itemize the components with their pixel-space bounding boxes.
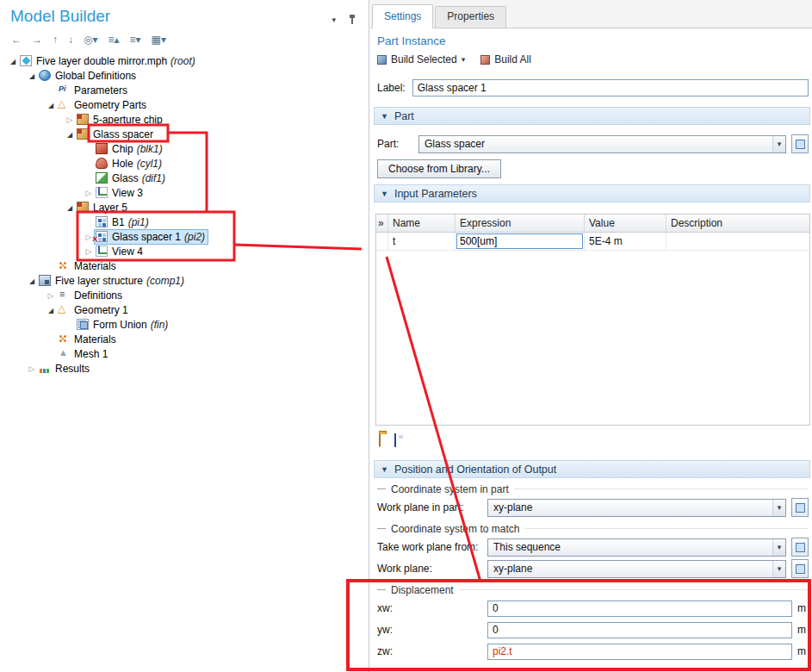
pin-icon[interactable]: [348, 14, 356, 25]
column-header-name[interactable]: Name: [388, 215, 456, 232]
load-file-button[interactable]: [379, 434, 381, 446]
save-file-button[interactable]: [394, 434, 396, 446]
section-collapse-icon[interactable]: ▼: [381, 112, 388, 121]
parameter-row[interactable]: t5E-4 m: [376, 233, 809, 251]
tree-item-five-aperture-chip[interactable]: 5-aperture chip: [0, 112, 368, 127]
tree-item-form-union[interactable]: Form Union(fin): [0, 317, 368, 332]
param-name-cell[interactable]: t: [388, 233, 456, 250]
tree-item-geometry-1[interactable]: Geometry 1: [0, 302, 368, 317]
section-collapse-icon[interactable]: ▼: [381, 465, 388, 474]
label-input[interactable]: [412, 79, 809, 96]
tree-item-view-4[interactable]: View 4: [0, 244, 368, 258]
back-button[interactable]: ←: [9, 33, 24, 47]
build-selected-button[interactable]: Build Selected ▾: [377, 53, 465, 65]
param-description-cell[interactable]: [666, 233, 809, 250]
section-header-input-parameters[interactable]: ▼ Input Parameters: [374, 184, 810, 202]
tree-item-root[interactable]: Five layer double mirror.mph(root): [0, 53, 368, 68]
collapse-icon[interactable]: [45, 302, 57, 318]
tree-item-label: Global Definitions: [54, 70, 137, 82]
column-header-value[interactable]: Value: [585, 215, 666, 232]
collapse-icon[interactable]: [64, 127, 76, 142]
column-header-expression[interactable]: Expression: [456, 215, 585, 232]
tree-item-glass-spacer-1[interactable]: ×Glass spacer 1(pi2): [0, 229, 368, 244]
collapse-icon[interactable]: [26, 273, 38, 289]
expression-input[interactable]: [456, 233, 583, 249]
expand-all-button[interactable]: ≡▾: [127, 33, 144, 47]
dropdown-work-plane[interactable]: xy-plane▾: [487, 560, 786, 578]
tree-item-chip[interactable]: Chip(blk1): [0, 141, 368, 156]
collapse-icon[interactable]: [7, 53, 19, 69]
collapse-icon[interactable]: [45, 97, 57, 113]
move-up-button[interactable]: ↑: [50, 33, 60, 47]
input-yw[interactable]: [487, 622, 792, 638]
unit-label: m: [797, 645, 809, 657]
tree-item-five-layer-structure[interactable]: Five layer structure(comp1): [0, 273, 368, 288]
tab-settings[interactable]: Settings: [372, 4, 433, 28]
move-down-button[interactable]: ↓: [65, 33, 76, 47]
collapse-icon[interactable]: [26, 68, 38, 84]
tree-item-glass-spacer[interactable]: Glass spacer: [0, 127, 368, 141]
dropdown-take-work-plane-from[interactable]: This sequence▾: [487, 538, 786, 557]
input-parameters-table: »NameExpressionValueDescription t5E-4 m: [375, 214, 810, 426]
chevron-down-icon[interactable]: ▾: [772, 561, 785, 577]
folder-icon: [379, 433, 381, 447]
build-all-button[interactable]: Build All: [480, 53, 531, 65]
input-xw[interactable]: [487, 600, 792, 617]
group-legend-displacement: Displacement: [377, 583, 809, 596]
chevron-down-icon[interactable]: ▾: [772, 539, 785, 556]
tree-item-b1[interactable]: B1(pi1): [0, 215, 368, 229]
chevron-down-icon[interactable]: ▾: [462, 55, 466, 64]
expand-icon[interactable]: [83, 185, 95, 201]
dropdown-work-plane-in-part[interactable]: xy-plane▾: [487, 499, 786, 517]
tree-item-label: Hole: [111, 158, 134, 170]
section-title: Part: [394, 110, 414, 122]
part-dropdown-value: Glass spacer: [419, 138, 772, 150]
show-menu-button[interactable]: ◎▾: [81, 33, 101, 47]
chevron-down-icon[interactable]: ▾: [772, 500, 785, 516]
go-to-part-button[interactable]: [791, 134, 809, 153]
tree-item-parameters[interactable]: Parameters: [0, 83, 368, 97]
tree-item-view-3[interactable]: View 3: [0, 185, 368, 200]
tree-item-results[interactable]: Results: [0, 361, 368, 376]
table-header-row: »NameExpressionValueDescription: [376, 215, 809, 233]
expand-icon[interactable]: [45, 288, 57, 303]
section-header-part[interactable]: ▼ Part: [374, 107, 810, 125]
part-dropdown[interactable]: Glass spacer ▾: [418, 135, 786, 153]
panel-menu-icon[interactable]: ▾: [332, 16, 336, 24]
tab-properties[interactable]: Properties: [435, 6, 506, 28]
tree-item-glass[interactable]: Glass(dif1): [0, 171, 368, 185]
input-zw[interactable]: [487, 644, 792, 660]
model-builder-panel: Model Builder ▾ ←→↑↓◎▾≡▴≡▾▦▾ Five layer …: [0, 0, 369, 672]
tree-item-definitions[interactable]: Definitions: [0, 288, 368, 302]
tree-item-label: B1: [111, 216, 126, 228]
section-header-position[interactable]: ▼ Position and Orientation of Output: [374, 460, 810, 478]
difference-icon: [96, 172, 108, 184]
tree-item-mesh-1[interactable]: Mesh 1: [0, 346, 368, 361]
tree-item-layer-5[interactable]: Layer 5: [0, 200, 368, 215]
tree-item-geometry-parts[interactable]: Geometry Parts: [0, 97, 368, 112]
tree-item-global-definitions[interactable]: Global Definitions: [0, 68, 368, 83]
part-icon: [77, 114, 89, 125]
expand-icon[interactable]: [26, 361, 38, 376]
column-header-description[interactable]: Description: [666, 215, 809, 232]
tree-item-label: Glass spacer: [92, 128, 154, 140]
tree-item-materials-comp[interactable]: Materials: [0, 332, 368, 346]
forward-button[interactable]: →: [29, 33, 45, 47]
collapse-all-button[interactable]: ≡▴: [106, 33, 122, 47]
model-tree-options-button[interactable]: ▦▾: [149, 33, 169, 47]
tree-item-materials-global[interactable]: Materials: [0, 258, 368, 273]
chevron-down-icon[interactable]: ▾: [772, 136, 785, 152]
choose-from-library-button[interactable]: Choose from Library...: [377, 159, 501, 178]
field-action-button[interactable]: [791, 498, 809, 517]
panel-title: Model Builder: [10, 7, 110, 26]
section-collapse-icon[interactable]: ▼: [381, 190, 388, 198]
group-legend-coordinate-system-in-part: Coordinate system in part: [377, 482, 809, 495]
field-label: yw:: [377, 624, 482, 636]
expand-icon[interactable]: [64, 112, 76, 128]
tree-item-hole[interactable]: Hole(cyl1): [0, 156, 368, 171]
expand-icon[interactable]: [83, 244, 95, 259]
field-action-button[interactable]: [791, 559, 809, 578]
collapse-icon[interactable]: [64, 200, 76, 215]
field-action-button[interactable]: [791, 538, 809, 557]
table-empty-area[interactable]: [376, 251, 809, 425]
